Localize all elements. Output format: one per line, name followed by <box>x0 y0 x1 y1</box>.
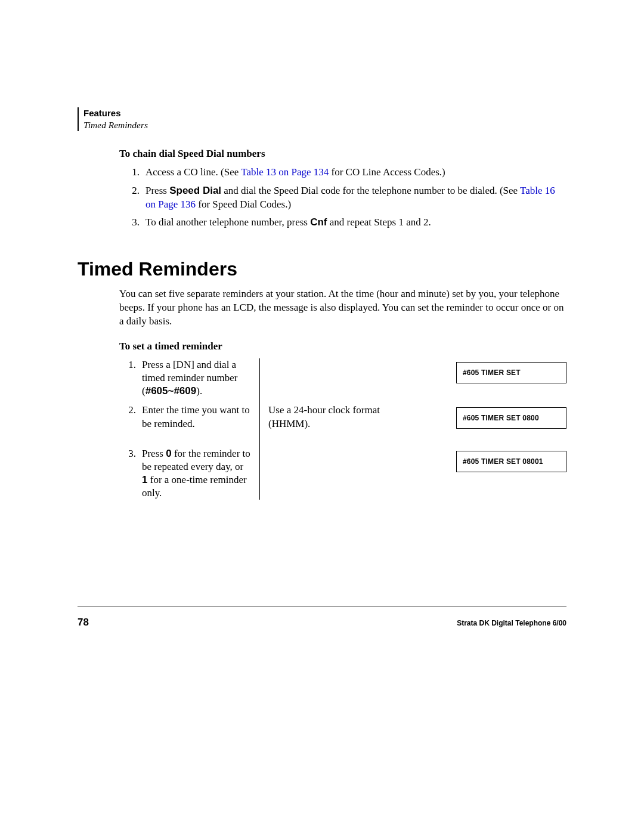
step-instruction: 1. Press a [DN] and dial a timed reminde… <box>119 358 259 398</box>
subhead-set-timed-reminder: To set a timed reminder <box>119 340 566 352</box>
step-number: 1. <box>119 358 142 398</box>
list-item: 2. Press Speed Dial and dial the Speed D… <box>119 184 566 212</box>
row-spacer <box>119 431 566 447</box>
step-note: Use a 24-hour clock format (HHMM). <box>260 404 391 430</box>
step-row: 1. Press a [DN] and dial a timed reminde… <box>119 358 566 398</box>
column-divider <box>259 431 260 447</box>
subhead-chain-dial: To chain dial Speed Dial numbers <box>119 148 566 160</box>
step-number: 3. <box>119 447 142 500</box>
timed-reminder-steps: 1. Press a [DN] and dial a timed reminde… <box>119 358 566 500</box>
header-chapter: Features <box>83 107 566 119</box>
intro-paragraph: You can set five separate reminders at y… <box>119 287 566 329</box>
lcd-display: #605 TIMER SET 08001 <box>456 451 566 472</box>
step-text: To dial another telephone number, press … <box>145 216 566 230</box>
step-instruction: 2. Enter the time you want to be reminde… <box>119 404 259 430</box>
step-text: Press Speed Dial and dial the Speed Dial… <box>145 184 566 212</box>
chain-dial-steps: 1. Access a CO line. (See Table 13 on Pa… <box>119 166 566 230</box>
manual-page: Features Timed Reminders To chain dial S… <box>0 0 644 833</box>
keycap-zero: 0 <box>166 448 171 459</box>
keycap-speed-dial: Speed Dial <box>169 185 221 196</box>
list-item: 1. Access a CO line. (See Table 13 on Pa… <box>119 166 566 179</box>
keycap-cnf: Cnf <box>310 216 327 228</box>
step-number: 2. <box>119 184 145 212</box>
xref-link[interactable]: Table 13 on Page 134 <box>241 166 329 178</box>
page-footer: 78 Strata DK Digital Telephone 6/00 <box>78 617 566 628</box>
step-number: 1. <box>119 166 145 179</box>
lcd-display: #605 TIMER SET <box>456 362 566 383</box>
step-instruction: 3. Press 0 for the reminder to be repeat… <box>119 447 259 500</box>
step-number: 2. <box>119 404 142 430</box>
footer-rule <box>78 606 566 606</box>
running-header: Features Timed Reminders <box>78 107 566 131</box>
column-divider <box>259 358 260 398</box>
footer-doc-title: Strata DK Digital Telephone 6/00 <box>457 619 566 627</box>
dial-code-range: #605~#609 <box>145 385 197 397</box>
column-divider <box>259 398 260 404</box>
row-spacer <box>119 398 566 404</box>
section-title-timed-reminders: Timed Reminders <box>78 258 566 280</box>
header-section: Timed Reminders <box>83 119 566 131</box>
step-row: 2. Enter the time you want to be reminde… <box>119 404 566 430</box>
list-item: 3. To dial another telephone number, pre… <box>119 216 566 230</box>
column-divider <box>259 447 260 500</box>
lcd-display: #605 TIMER SET 0800 <box>456 407 566 429</box>
step-number: 3. <box>119 216 145 230</box>
step-text: Access a CO line. (See Table 13 on Page … <box>145 166 566 179</box>
page-number: 78 <box>78 617 89 628</box>
step-row: 3. Press 0 for the reminder to be repeat… <box>119 447 566 500</box>
